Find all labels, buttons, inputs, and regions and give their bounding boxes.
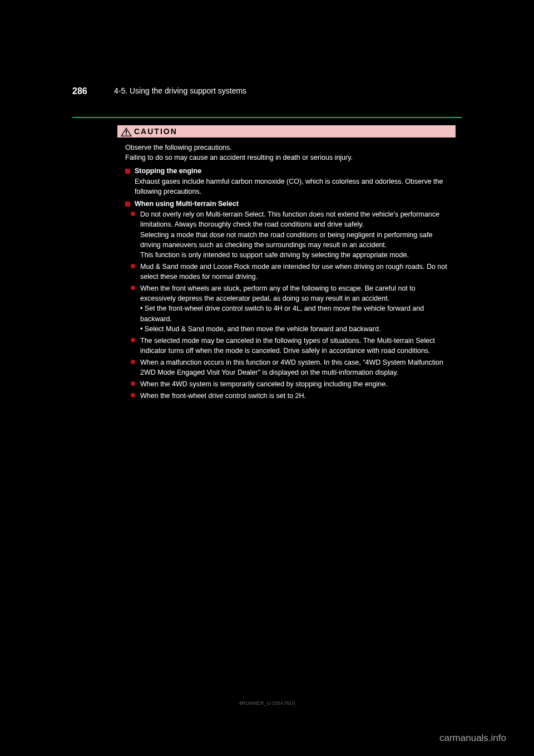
list-item: When the 4WD system is temporarily cance… [131,379,448,389]
list-item: When the front-wheel drive control switc… [131,391,448,401]
watermark: carmanuals.info [439,733,506,744]
red-dot-icon [131,381,135,386]
section-text: Exhaust gases include harmful carbon mon… [135,176,448,197]
caution-lead: Observe the following precautions. Faili… [125,143,448,163]
bullet-text: Do not overly rely on Multi-terrain Sele… [140,209,448,260]
page-number: 286 [72,86,87,96]
section-header: 4-5. Using the driving support systems [114,86,246,95]
section-heading: Stopping the engine [125,167,448,175]
red-square-icon [125,202,130,207]
bullet-text: The selected mode may be canceled in the… [140,336,448,356]
bullet-text: When the front-wheel drive control switc… [140,391,448,401]
bullet-text: When the 4WD system is temporarily cance… [140,379,448,389]
red-dot-icon [131,286,135,290]
caution-title: CAUTION [134,127,177,136]
list-item: The selected mode may be canceled in the… [131,336,448,356]
warning-icon [121,127,131,135]
list-item: Mud & Sand mode and Loose Rock mode are … [131,262,448,282]
red-dot-icon [131,264,135,268]
list-item: When the front wheels are stuck, perform… [131,283,448,334]
svg-rect-3 [126,134,127,135]
list-item: When a malfunction occurs in this functi… [131,357,448,377]
footer-code: 4RUNNER_U (35A76U) [239,700,295,706]
caution-box: CAUTION Observe the following precaution… [117,125,456,410]
divider [72,117,462,118]
svg-rect-2 [126,130,127,133]
section-heading: When using Multi-terrain Select [125,200,448,208]
list-item: Do not overly rely on Multi-terrain Sele… [131,209,448,260]
section-title: When using Multi-terrain Select [135,200,239,208]
section-title: Stopping the engine [135,167,201,175]
bullet-text: When the front wheels are stuck, perform… [140,283,448,334]
red-dot-icon [131,393,135,397]
bullet-text: When a malfunction occurs in this functi… [140,357,448,377]
red-square-icon [125,169,130,174]
bullet-text: Mud & Sand mode and Loose Rock mode are … [140,262,448,282]
red-dot-icon [131,360,135,364]
red-dot-icon [131,338,135,342]
caution-header: CAUTION [117,125,456,138]
red-dot-icon [131,212,135,216]
caution-body: Observe the following precautions. Faili… [117,138,456,409]
